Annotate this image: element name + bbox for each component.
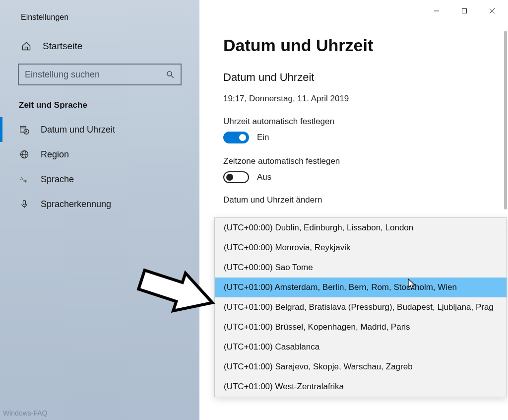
toggle-tz-auto-state: Aus (257, 172, 271, 182)
svg-rect-12 (23, 201, 26, 205)
close-button[interactable] (478, 1, 506, 21)
sidebar-item-label: Spracherkennung (41, 199, 111, 210)
svg-text:字: 字 (23, 179, 27, 184)
current-datetime: 19:17, Donnerstag, 11. April 2019 (223, 94, 508, 104)
timezone-option-selected[interactable]: (UTC+01:00) Amsterdam, Berlin, Bern, Rom… (215, 278, 507, 297)
timezone-option[interactable]: (UTC+00:00) Monrovia, Reykjavik (215, 238, 507, 258)
home-icon (21, 41, 32, 52)
toggle-knob (239, 134, 246, 141)
calendar-clock-icon (19, 124, 30, 135)
sidebar-item-label: Datum und Uhrzeit (41, 125, 115, 135)
sidebar-item-datetime[interactable]: Datum und Uhrzeit (0, 117, 199, 142)
sidebar-item-label: Region (41, 149, 69, 160)
maximize-button[interactable] (450, 1, 478, 21)
timezone-option[interactable]: (UTC+01:00) Sarajevo, Skopje, Warschau, … (215, 357, 507, 377)
toggle-tz-auto[interactable] (223, 171, 249, 183)
app-title: Einstellungen (0, 0, 199, 22)
globe-icon (19, 149, 30, 160)
sidebar-item-speech[interactable]: Spracherkennung (0, 192, 199, 216)
svg-rect-2 (20, 126, 26, 132)
sidebar-item-label: Sprache (41, 174, 74, 185)
change-datetime-label-partial: Datum und Uhrzeit ändern (223, 195, 508, 204)
watermark: Windows-FAQ (3, 409, 47, 417)
toggle-tz-auto-row: Aus (223, 171, 508, 183)
minimize-button[interactable] (423, 1, 450, 21)
timezone-option[interactable]: (UTC+01:00) West-Zentralafrika (215, 377, 507, 397)
timezone-option[interactable]: (UTC+01:00) Brüssel, Kopenhagen, Madrid,… (215, 317, 507, 337)
sidebar-home-label: Startseite (43, 41, 82, 52)
toggle-time-auto-label: Uhrzeit automatisch festlegen (223, 117, 508, 127)
toggle-time-auto-row: Ein (223, 132, 508, 143)
sidebar-home[interactable]: Startseite (0, 22, 199, 52)
page-title: Datum und Uhrzeit (223, 36, 508, 55)
timezone-option[interactable]: (UTC+00:00) Dublin, Edinburgh, Lissabon,… (215, 218, 507, 238)
svg-line-1 (171, 75, 174, 78)
timezone-option[interactable]: (UTC+00:00) Sao Tome (215, 258, 507, 278)
titlebar (199, 0, 508, 22)
search-box[interactable] (18, 64, 182, 85)
toggle-time-auto[interactable] (223, 132, 249, 143)
microphone-icon (19, 199, 30, 210)
timezone-option[interactable]: (UTC+01:00) Belgrad, Bratislava (Pressbu… (215, 297, 507, 317)
toggle-time-auto-state: Ein (257, 133, 269, 142)
svg-rect-15 (462, 9, 467, 13)
content: Datum und Uhrzeit Datum und Uhrzeit 19:1… (199, 22, 508, 204)
search-input[interactable] (25, 70, 166, 80)
svg-point-0 (167, 71, 172, 76)
section-title: Datum und Uhrzeit (223, 71, 508, 84)
sidebar: Einstellungen Startseite Zeit und Sprach… (0, 0, 199, 420)
svg-line-6 (26, 132, 27, 133)
sidebar-item-region[interactable]: Region (0, 142, 199, 167)
toggle-tz-auto-label: Zeitzone automatisch festlegen (223, 156, 508, 166)
search-icon (166, 70, 175, 79)
sidebar-item-language[interactable]: A字 Sprache (0, 167, 199, 192)
timezone-option[interactable]: (UTC+01:00) Casablanca (215, 337, 507, 357)
scrollbar-thumb[interactable] (504, 31, 507, 210)
toggle-knob (226, 174, 233, 181)
sidebar-category-label: Zeit und Sprache (0, 85, 199, 117)
timezone-dropdown[interactable]: (UTC+00:00) Dublin, Edinburgh, Lissabon,… (214, 217, 507, 397)
language-icon: A字 (19, 174, 30, 185)
